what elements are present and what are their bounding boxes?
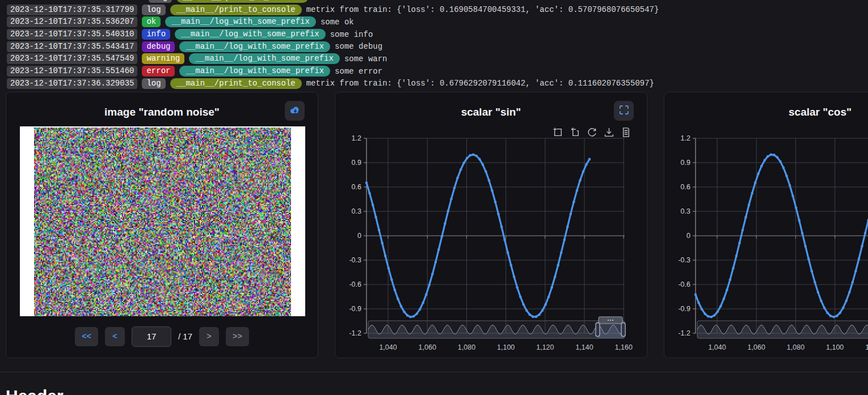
- data-view-icon[interactable]: [621, 128, 631, 137]
- first-page-button[interactable]: <<: [75, 327, 98, 346]
- log-message: some ok: [321, 18, 354, 27]
- log-level-badge: log: [142, 78, 165, 89]
- log-module-badge: __main__/log_with_some_prefix: [179, 41, 330, 52]
- svg-text:1,120: 1,120: [536, 343, 554, 351]
- log-message: metrix from train: {'loss': 0.1690584700…: [306, 5, 659, 14]
- log-module-badge: __main__/log_with_some_prefix: [179, 66, 330, 77]
- svg-text:0: 0: [686, 232, 690, 240]
- restore-icon[interactable]: [587, 128, 597, 137]
- zoom-box-icon[interactable]: [553, 128, 563, 137]
- log-level-badge: log: [149, 0, 172, 3]
- log-level-badge: error: [142, 66, 175, 77]
- sin-card-title: scalar "sin": [335, 92, 647, 132]
- log-row-partial: log __main__/print_to_console: [7, 0, 868, 3]
- svg-text:-0.6: -0.6: [678, 281, 690, 288]
- log-module-badge: __main__/log_with_some_prefix: [175, 29, 326, 40]
- log-row: 2023-12-10T17:37:35.536207 ok __main__/l…: [7, 16, 868, 27]
- zoom-back-icon[interactable]: [570, 128, 580, 137]
- log-module-badge: __main__/log_with_some_prefix: [189, 53, 340, 64]
- next-page-button[interactable]: >: [199, 327, 219, 346]
- image-card: image "random noise" << <: [6, 92, 318, 358]
- svg-text:1.2: 1.2: [352, 134, 361, 142]
- svg-text:0.6: 0.6: [681, 183, 690, 191]
- svg-text:-1.2: -1.2: [349, 329, 361, 337]
- log-timestamp: 2023-12-10T17:37:35.317799: [7, 5, 137, 15]
- svg-text:1,040: 1,040: [708, 343, 726, 351]
- log-timestamp: 2023-12-10T17:37:35.540310: [7, 29, 137, 40]
- log-level-badge: log: [142, 5, 165, 15]
- image-download-button[interactable]: [285, 101, 305, 121]
- scalar-cos-card: 1.20.90.60.30-0.3-0.6-0.9-1.21,0401,0601…: [664, 92, 868, 358]
- svg-text:1,080: 1,080: [458, 343, 475, 351]
- svg-text:1,160: 1,160: [615, 343, 633, 351]
- log-message: some info: [330, 30, 373, 39]
- sin-fullscreen-button[interactable]: [614, 101, 634, 121]
- fullscreen-icon: [620, 105, 629, 116]
- dashboard-page: log __main__/print_to_console 2023-12-10…: [0, 0, 868, 395]
- noise-image: [34, 128, 291, 316]
- page-number-input[interactable]: [132, 326, 171, 347]
- svg-text:0.6: 0.6: [352, 183, 361, 191]
- scalar-sin-card: 1.20.90.60.30-0.3-0.6-0.9-1.21,0401,0601…: [335, 92, 647, 358]
- svg-text:-1.2: -1.2: [678, 329, 690, 337]
- svg-text:1.2: 1.2: [681, 134, 690, 142]
- log-message: metrix from train: {'loss': 0.6796292079…: [306, 79, 654, 88]
- log-rows: 2023-12-10T17:37:35.317799 log __main__/…: [7, 5, 868, 89]
- log-module-badge: __main__/print_to_console: [170, 78, 302, 89]
- svg-text:1,060: 1,060: [419, 343, 436, 351]
- cos-chart[interactable]: 1.20.90.60.30-0.3-0.6-0.9-1.21,0401,0601…: [664, 92, 868, 359]
- svg-text:0.9: 0.9: [352, 159, 361, 167]
- log-timestamp: 2023-12-10T17:37:35.536207: [7, 16, 137, 27]
- log-level-badge: debug: [142, 41, 175, 52]
- download-icon[interactable]: [604, 128, 614, 137]
- log-level-badge: warning: [142, 53, 184, 64]
- log-console: log __main__/print_to_console 2023-12-10…: [0, 0, 868, 89]
- log-row: 2023-12-10T17:37:35.551460 error __main_…: [7, 66, 868, 77]
- svg-text:1,040: 1,040: [379, 343, 397, 351]
- svg-text:-0.3: -0.3: [678, 256, 690, 264]
- svg-text:1,080: 1,080: [787, 343, 804, 351]
- log-module-badge: __main__/log_with_some_prefix: [165, 16, 316, 27]
- log-row: 2023-12-10T17:37:35.543417 debug __main_…: [7, 41, 868, 52]
- svg-text:0.3: 0.3: [681, 207, 690, 215]
- log-timestamp: 2023-12-10T17:37:35.547549: [7, 53, 137, 64]
- log-row: 2023-12-10T17:37:35.547549 warning __mai…: [7, 53, 868, 64]
- svg-text:1,100: 1,100: [497, 343, 515, 351]
- log-message: some error: [335, 67, 382, 76]
- svg-text:0: 0: [357, 232, 361, 240]
- svg-text:-0.6: -0.6: [349, 281, 361, 288]
- svg-text:0.3: 0.3: [352, 207, 361, 215]
- log-message: some warn: [344, 54, 387, 63]
- log-row: 2023-12-10T17:37:35.317799 log __main__/…: [7, 5, 868, 15]
- svg-text:1,060: 1,060: [748, 343, 765, 351]
- noise-image-frame: [20, 126, 305, 316]
- prev-page-button[interactable]: <: [105, 327, 125, 346]
- log-module-badge: __main__/print_to_console: [170, 5, 302, 15]
- cloud-download-icon: [289, 105, 301, 116]
- log-timestamp: 2023-12-10T17:37:35.543417: [7, 41, 137, 52]
- last-page-button[interactable]: >>: [226, 327, 249, 346]
- image-pagination: << < / 17 > >>: [6, 326, 318, 347]
- log-row: 2023-12-10T17:37:36.329035 log __main__/…: [7, 78, 868, 89]
- page-total-label: / 17: [178, 332, 192, 341]
- sin-chart-toolbox: [553, 128, 631, 137]
- svg-text:-0.9: -0.9: [678, 305, 690, 313]
- log-level-badge: info: [142, 29, 170, 40]
- log-level-badge: ok: [142, 16, 161, 27]
- svg-text:1,120: 1,120: [865, 343, 868, 351]
- svg-text:-0.3: -0.3: [349, 256, 361, 264]
- footer-heading: Header: [6, 386, 868, 395]
- cards-row: image "random noise" << <: [6, 92, 868, 358]
- section-divider: [0, 372, 868, 372]
- log-row: 2023-12-10T17:37:35.540310 info __main__…: [7, 29, 868, 40]
- svg-text:-0.9: -0.9: [349, 305, 361, 313]
- svg-text:1,140: 1,140: [575, 343, 593, 351]
- log-module-badge: __main__/print_to_console: [176, 0, 308, 3]
- svg-text:1,100: 1,100: [826, 343, 844, 351]
- log-timestamp: 2023-12-10T17:37:35.551460: [7, 66, 137, 77]
- svg-text:0.9: 0.9: [681, 159, 690, 167]
- log-message: some debug: [335, 42, 382, 51]
- log-timestamp: 2023-12-10T17:37:36.329035: [7, 78, 137, 89]
- cos-card-title: scalar "cos": [664, 92, 868, 132]
